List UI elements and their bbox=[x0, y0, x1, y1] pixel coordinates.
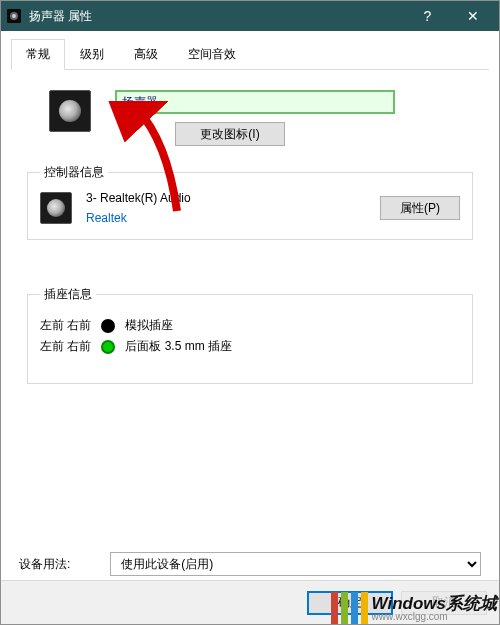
jack-desc: 后面板 3.5 mm 插座 bbox=[125, 338, 232, 355]
window-buttons: ? ✕ bbox=[405, 1, 495, 31]
jack-row: 左前 右前 模拟插座 bbox=[40, 317, 460, 334]
dialog-content: 常规 级别 高级 空间音效 更改图标(I) 控制器信息 3- Realtek(R… bbox=[1, 31, 499, 624]
controller-name: 3- Realtek(R) Audio bbox=[86, 191, 366, 205]
usage-label: 设备用法: bbox=[19, 556, 70, 573]
tab-general[interactable]: 常规 bbox=[11, 39, 65, 70]
jack-desc: 模拟插座 bbox=[125, 317, 173, 334]
title-bar[interactable]: 扬声器 属性 ? ✕ bbox=[1, 1, 499, 31]
watermark-url: www.wxclgg.com bbox=[372, 612, 497, 622]
device-usage-row: 设备用法: 使用此设备(启用) bbox=[11, 552, 489, 576]
controller-info-group: 控制器信息 3- Realtek(R) Audio Realtek 属性(P) bbox=[27, 164, 473, 240]
controller-vendor: Realtek bbox=[86, 211, 366, 225]
jack-info-group: 插座信息 左前 右前 模拟插座 左前 右前 后面板 3.5 mm 插座 bbox=[27, 286, 473, 384]
device-name-input[interactable] bbox=[115, 90, 395, 114]
svg-point-2 bbox=[12, 14, 16, 18]
tab-levels[interactable]: 级别 bbox=[65, 39, 119, 69]
tab-strip: 常规 级别 高级 空间音效 bbox=[11, 39, 489, 70]
speaker-icon bbox=[5, 7, 23, 25]
watermark-brand: Windows系统城 bbox=[372, 595, 497, 612]
jack-color-dot-green bbox=[101, 340, 115, 354]
help-button[interactable]: ? bbox=[405, 1, 450, 31]
device-icon bbox=[49, 90, 91, 132]
jack-position: 左前 右前 bbox=[40, 317, 91, 334]
window-title: 扬声器 属性 bbox=[29, 8, 405, 25]
jack-row: 左前 右前 后面板 3.5 mm 插座 bbox=[40, 338, 460, 355]
jack-legend: 插座信息 bbox=[40, 286, 96, 303]
change-icon-button[interactable]: 更改图标(I) bbox=[175, 122, 285, 146]
jack-position: 左前 右前 bbox=[40, 338, 91, 355]
controller-legend: 控制器信息 bbox=[40, 164, 108, 181]
tab-body-general: 更改图标(I) 控制器信息 3- Realtek(R) Audio Realte… bbox=[11, 70, 489, 384]
controller-icon bbox=[40, 192, 72, 224]
jack-color-dot-black bbox=[101, 319, 115, 333]
tab-spatial[interactable]: 空间音效 bbox=[173, 39, 251, 69]
windows-logo-icon bbox=[331, 592, 368, 624]
properties-dialog: 扬声器 属性 ? ✕ 常规 级别 高级 空间音效 更改图标(I) 控制器信息 bbox=[0, 0, 500, 625]
device-usage-select[interactable]: 使用此设备(启用) bbox=[110, 552, 481, 576]
controller-properties-button[interactable]: 属性(P) bbox=[380, 196, 460, 220]
watermark: Windows系统城 www.wxclgg.com bbox=[331, 592, 497, 624]
device-header: 更改图标(I) bbox=[49, 90, 481, 146]
tab-advanced[interactable]: 高级 bbox=[119, 39, 173, 69]
close-button[interactable]: ✕ bbox=[450, 1, 495, 31]
